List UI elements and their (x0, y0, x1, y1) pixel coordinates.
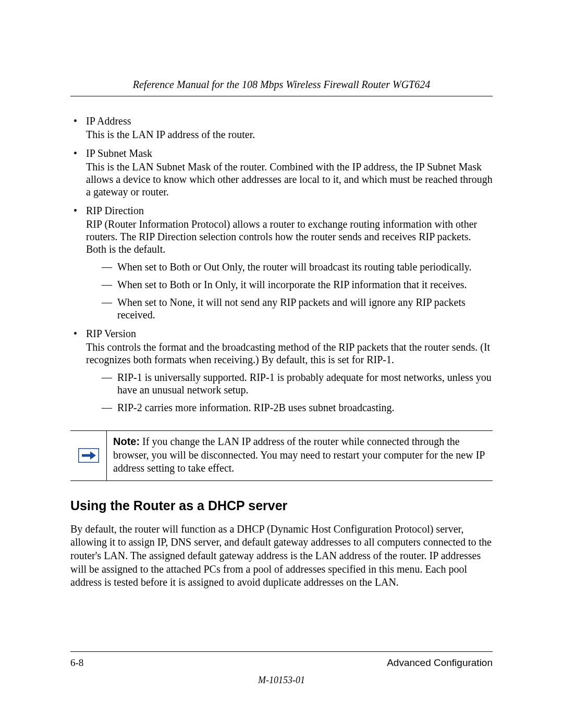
item-desc: This is the LAN IP address of the router… (86, 128, 493, 141)
page-footer: 6-8 Advanced Configuration M-10153-01 (70, 651, 493, 686)
svg-rect-1 (82, 454, 90, 457)
item-title: RIP Direction (86, 204, 493, 217)
sub-item: RIP-2 carries more information. RIP-2B u… (102, 401, 493, 414)
footer-rule (70, 651, 493, 652)
note-box: Note: If you change the LAN IP address o… (70, 430, 493, 481)
note-text: Note: If you change the LAN IP address o… (107, 431, 493, 480)
section-name: Advanced Configuration (387, 657, 493, 669)
sub-list: RIP-1 is universally supported. RIP-1 is… (86, 371, 493, 414)
sub-item: RIP-1 is universally supported. RIP-1 is… (102, 371, 493, 396)
note-icon-cell (70, 431, 107, 480)
list-item: IP Subnet Mask This is the LAN Subnet Ma… (70, 147, 493, 198)
item-desc: RIP (Router Information Protocol) allows… (86, 218, 493, 255)
section-body: By default, the router will function as … (70, 523, 493, 589)
feature-list: IP Address This is the LAN IP address of… (70, 115, 493, 414)
section-heading: Using the Router as a DHCP server (70, 498, 493, 513)
running-head: Reference Manual for the 108 Mbps Wirele… (70, 78, 493, 96)
sub-list: When set to Both or Out Only, the router… (86, 261, 493, 321)
manual-page: Reference Manual for the 108 Mbps Wirele… (0, 0, 563, 728)
item-title: RIP Version (86, 327, 493, 340)
list-item: RIP Direction RIP (Router Information Pr… (70, 204, 493, 321)
footer-row: 6-8 Advanced Configuration (70, 657, 493, 669)
sub-item: When set to Both or Out Only, the router… (102, 261, 493, 273)
doc-id: M-10153-01 (70, 675, 493, 686)
arrow-right-icon (78, 448, 99, 463)
sub-item: When set to Both or In Only, it will inc… (102, 278, 493, 291)
list-item: RIP Version This controls the format and… (70, 327, 493, 414)
item-title: IP Address (86, 115, 493, 127)
item-desc: This controls the format and the broadca… (86, 341, 493, 366)
note-label: Note: (113, 436, 140, 447)
item-title: IP Subnet Mask (86, 147, 493, 159)
list-item: IP Address This is the LAN IP address of… (70, 115, 493, 141)
note-body: If you change the LAN IP address of the … (113, 436, 485, 474)
page-number: 6-8 (70, 657, 83, 669)
sub-item: When set to None, it will not send any R… (102, 296, 493, 321)
item-desc: This is the LAN Subnet Mask of the route… (86, 161, 493, 198)
